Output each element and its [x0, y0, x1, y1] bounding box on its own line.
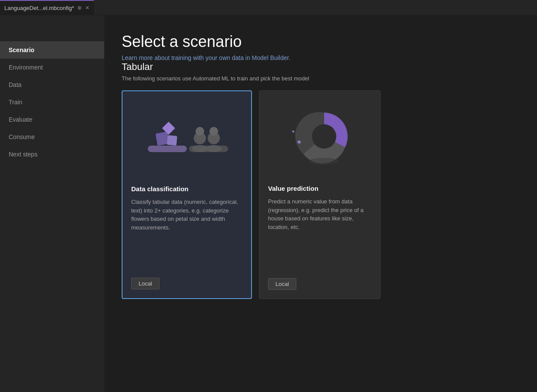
svg-point-8	[206, 145, 222, 152]
svg-point-15	[309, 158, 339, 165]
svg-point-10	[209, 127, 218, 136]
tab-close-icon[interactable]: ✕	[85, 5, 90, 11]
page-title: Select a scenario	[122, 33, 520, 51]
sidebar-item-next-steps[interactable]: Next steps	[0, 146, 104, 163]
svg-point-12	[312, 124, 336, 149]
sidebar-item-consume[interactable]: Consume	[0, 128, 104, 146]
main-layout: Scenario Environment Data Train Evaluate…	[0, 15, 537, 392]
sidebar-item-evaluate[interactable]: Evaluate	[0, 111, 104, 128]
card-data-classification[interactable]: Data classification Classify tabular dat…	[122, 90, 252, 299]
sidebar-item-scenario[interactable]: Scenario	[0, 41, 104, 59]
svg-marker-14	[292, 130, 295, 133]
learn-more-link[interactable]: Learn more about training with your own …	[122, 54, 290, 61]
card-data-classification-title: Data classification	[131, 185, 242, 193]
card-value-prediction-title: Value prediction	[268, 185, 371, 192]
sidebar-item-data[interactable]: Data	[0, 76, 104, 93]
card-value-prediction[interactable]: Value prediction Predict a numeric value…	[259, 90, 381, 299]
tab-pin-icon[interactable]: ⊕	[77, 5, 82, 11]
tab-mbconfig[interactable]: LanguageDet...el.mbconfig* ⊕ ✕	[0, 0, 94, 15]
data-classification-icon	[131, 100, 242, 178]
svg-point-9	[196, 127, 204, 136]
card-value-prediction-badge[interactable]: Local	[268, 278, 296, 290]
svg-rect-2	[167, 135, 177, 146]
value-prediction-icon	[268, 100, 371, 178]
sidebar: Scenario Environment Data Train Evaluate…	[0, 15, 104, 392]
sidebar-item-train[interactable]: Train	[0, 93, 104, 111]
tab-bar: LanguageDet...el.mbconfig* ⊕ ✕	[0, 0, 537, 15]
section-title: Tabular	[122, 61, 520, 73]
card-data-classification-desc: Classify tabular data (numeric, categori…	[131, 198, 242, 271]
scenario-cards: Data classification Classify tabular dat…	[122, 90, 520, 299]
content-area: Select a scenario Learn more about train…	[104, 15, 537, 392]
card-value-prediction-desc: Predict a numeric value from data (regre…	[268, 197, 371, 271]
tab-title: LanguageDet...el.mbconfig*	[4, 5, 74, 11]
svg-point-6	[192, 145, 208, 152]
sidebar-item-environment[interactable]: Environment	[0, 59, 104, 76]
section-description: The following scenarios use Automated ML…	[122, 75, 520, 82]
svg-rect-0	[148, 146, 187, 152]
card-data-classification-badge[interactable]: Local	[131, 278, 159, 289]
